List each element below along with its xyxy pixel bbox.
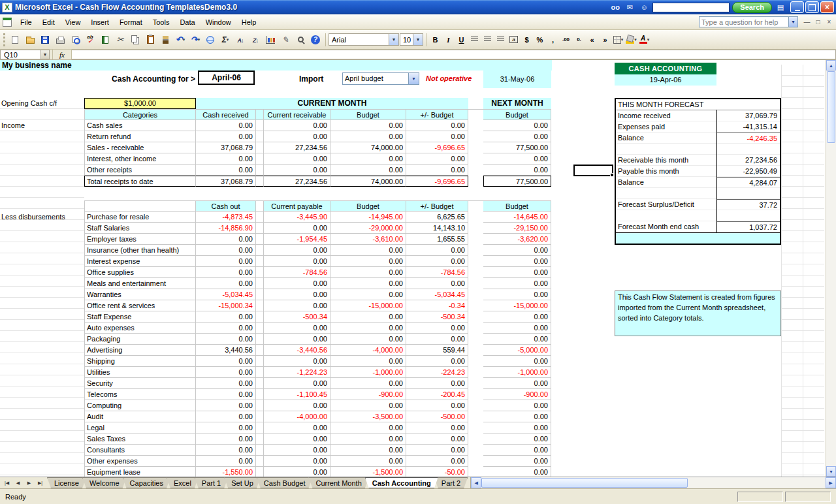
- decrease-indent-icon[interactable]: «: [586, 33, 598, 46]
- value-cell[interactable]: 0.00: [406, 433, 468, 445]
- sheet-tab-cash-accounting[interactable]: Cash Accounting: [365, 477, 438, 488]
- value-cell[interactable]: -15,000.34: [196, 300, 256, 311]
- value-cell[interactable]: -1,224.23: [264, 367, 330, 378]
- value-cell[interactable]: 0.00: [330, 245, 406, 256]
- category-cell[interactable]: Security: [84, 378, 196, 389]
- help-question-input[interactable]: [699, 18, 788, 26]
- value-cell[interactable]: [468, 153, 483, 165]
- value-cell[interactable]: [468, 445, 483, 456]
- chart-wizard-icon[interactable]: [263, 33, 278, 47]
- value-cell[interactable]: 0.00: [196, 278, 256, 289]
- value-cell[interactable]: 77,500.00: [483, 142, 551, 153]
- scroll-left-icon[interactable]: ◀: [471, 477, 481, 488]
- value-cell[interactable]: [468, 311, 483, 323]
- redo-icon[interactable]: ▾: [188, 33, 202, 47]
- previous-sheet-icon[interactable]: ◀: [13, 479, 23, 487]
- value-cell[interactable]: 0.00: [196, 456, 256, 467]
- value-cell[interactable]: 77,500.00: [483, 176, 551, 187]
- chevron-down-icon[interactable]: ▼: [788, 17, 797, 27]
- value-cell[interactable]: 0.00: [330, 165, 406, 176]
- undo-icon[interactable]: ▾: [173, 33, 187, 47]
- new-icon[interactable]: [8, 33, 22, 47]
- value-cell[interactable]: 0.00: [483, 165, 551, 176]
- value-cell[interactable]: [256, 212, 264, 223]
- value-cell[interactable]: -3,620.00: [483, 234, 551, 245]
- value-cell[interactable]: -15,000.00: [330, 300, 406, 311]
- value-cell[interactable]: [468, 120, 483, 131]
- category-cell[interactable]: Office rent & services: [84, 300, 196, 311]
- value-cell[interactable]: [256, 411, 264, 422]
- value-cell[interactable]: [468, 142, 483, 153]
- value-cell[interactable]: [468, 267, 483, 278]
- value-cell[interactable]: [468, 356, 483, 367]
- value-cell[interactable]: 74,000.00: [330, 142, 406, 153]
- value-cell[interactable]: [256, 400, 264, 411]
- value-cell[interactable]: -5,034.45: [196, 289, 256, 300]
- value-cell[interactable]: 0.00: [196, 256, 256, 267]
- excel-app-icon[interactable]: X: [2, 3, 12, 12]
- value-cell[interactable]: 0.00: [330, 289, 406, 300]
- value-cell[interactable]: [468, 234, 483, 245]
- category-cell[interactable]: Employer taxes: [84, 234, 196, 245]
- value-cell[interactable]: 0.00: [330, 120, 406, 131]
- value-cell[interactable]: 0.00: [483, 445, 551, 456]
- value-cell[interactable]: 0.00: [330, 456, 406, 467]
- increase-indent-icon[interactable]: »: [599, 33, 611, 46]
- sort-descending-icon[interactable]: [248, 33, 263, 47]
- sheet-tab-license[interactable]: License: [47, 477, 86, 488]
- value-cell[interactable]: -9,696.65: [406, 176, 468, 187]
- first-sheet-icon[interactable]: |◀: [2, 479, 12, 487]
- value-cell[interactable]: [468, 378, 483, 389]
- italic-icon[interactable]: I: [442, 33, 455, 46]
- value-cell[interactable]: [256, 278, 264, 289]
- value-cell[interactable]: 0.00: [406, 153, 468, 165]
- value-cell[interactable]: 0.00: [406, 356, 468, 367]
- value-cell[interactable]: -29,150.00: [483, 223, 551, 234]
- forecast-row-value[interactable]: 27,234.56: [716, 155, 780, 165]
- close-workbook-button[interactable]: ×: [824, 17, 835, 27]
- print-preview-icon[interactable]: [68, 33, 82, 47]
- value-cell[interactable]: -29,000.00: [330, 223, 406, 234]
- spelling-icon[interactable]: [83, 33, 97, 47]
- vertical-scroll-thumb[interactable]: [827, 71, 835, 143]
- value-cell[interactable]: 0.00: [406, 165, 468, 176]
- category-cell[interactable]: Advertising: [84, 345, 196, 356]
- value-cell[interactable]: 0.00: [483, 120, 551, 131]
- value-cell[interactable]: 0.00: [330, 445, 406, 456]
- category-cell[interactable]: Office supplies: [84, 267, 196, 278]
- close-button[interactable]: ×: [820, 1, 834, 13]
- category-cell[interactable]: Equipment lease: [84, 467, 196, 477]
- menu-tools[interactable]: Tools: [148, 16, 175, 28]
- value-cell[interactable]: -1,000.00: [330, 367, 406, 378]
- value-cell[interactable]: [256, 289, 264, 300]
- value-cell[interactable]: 0.00: [264, 289, 330, 300]
- value-cell[interactable]: 0.00: [196, 433, 256, 445]
- value-cell[interactable]: -500.00: [406, 411, 468, 422]
- value-cell[interactable]: 0.00: [196, 234, 256, 245]
- value-cell[interactable]: [256, 311, 264, 323]
- value-cell[interactable]: 0.00: [483, 356, 551, 367]
- value-cell[interactable]: [468, 212, 483, 223]
- value-cell[interactable]: [256, 323, 264, 334]
- value-cell[interactable]: 0.00: [196, 367, 256, 378]
- help-icon[interactable]: [308, 33, 323, 47]
- value-cell[interactable]: [468, 467, 483, 477]
- value-cell[interactable]: 0.00: [330, 131, 406, 142]
- value-cell[interactable]: 0.00: [330, 323, 406, 334]
- value-cell[interactable]: 0.00: [196, 334, 256, 345]
- scroll-down-icon[interactable]: ▼: [826, 466, 836, 477]
- value-cell[interactable]: [256, 153, 264, 165]
- value-cell[interactable]: -0.34: [406, 300, 468, 311]
- value-cell[interactable]: 0.00: [196, 120, 256, 131]
- toolbar-grip[interactable]: [3, 33, 5, 46]
- value-cell[interactable]: 0.00: [196, 267, 256, 278]
- value-cell[interactable]: -3,500.00: [330, 411, 406, 422]
- value-cell[interactable]: 0.00: [264, 245, 330, 256]
- value-cell[interactable]: 0.00: [330, 356, 406, 367]
- value-cell[interactable]: -14,856.90: [196, 223, 256, 234]
- font-name-select[interactable]: Arial ▼: [329, 33, 399, 46]
- value-cell[interactable]: 0.00: [483, 411, 551, 422]
- value-cell[interactable]: [256, 234, 264, 245]
- value-cell[interactable]: [256, 142, 264, 153]
- value-cell[interactable]: 0.00: [196, 323, 256, 334]
